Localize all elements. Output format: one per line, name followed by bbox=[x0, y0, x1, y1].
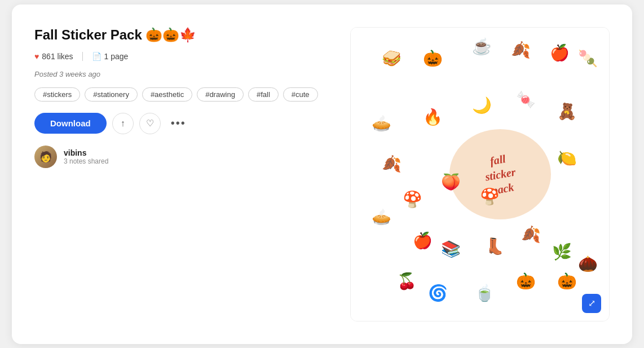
sticker-item: 🍄 bbox=[480, 189, 500, 205]
sticker-item: 🌀 bbox=[428, 285, 448, 301]
sticker-item: 🎃 bbox=[557, 274, 577, 289]
sticker-item: 🍂 bbox=[521, 227, 541, 243]
like-button[interactable]: ♡ bbox=[139, 113, 161, 134]
sticker-item: 🧸 bbox=[557, 104, 577, 120]
tag-item[interactable]: #stickers bbox=[34, 87, 80, 102]
sticker-item: 🌿 bbox=[552, 244, 572, 260]
tag-item[interactable]: #cute bbox=[283, 87, 318, 102]
sticker-item: 🍬 bbox=[516, 92, 536, 108]
sticker-item: 🍎 bbox=[413, 233, 433, 249]
sticker-item: 🥧 bbox=[372, 209, 391, 225]
tag-item[interactable]: #drawing bbox=[197, 87, 244, 102]
sticker-item: 🍎 bbox=[550, 45, 570, 61]
sticker-canvas: fallstickerpack 🥪🎃☕🍂🍎🍡🥧🔥🌙🍬🧸🍂🍄🍑🍄🍋🥧🍎📚👢🍂🌿🌰🍒… bbox=[351, 28, 609, 321]
sticker-item: 🍂 bbox=[511, 42, 531, 58]
center-text-bubble: fallstickerpack bbox=[449, 129, 551, 219]
pages-meta: 📄 1 page bbox=[92, 52, 129, 61]
author-info: vibins 3 notes shared bbox=[64, 148, 108, 165]
sticker-item: 🌰 bbox=[578, 256, 598, 272]
preview-panel: fallstickerpack 🥪🎃☕🍂🍎🍡🥧🔥🌙🍬🧸🍂🍄🍑🍄🍋🥧🍎📚👢🍂🌿🌰🍒… bbox=[350, 27, 610, 321]
sticker-item: ☕ bbox=[472, 39, 492, 55]
page-icon: 📄 bbox=[92, 52, 102, 61]
left-panel: Fall Sticker Pack 🎃🎃🍁 ♥ 861 likes 📄 1 pa… bbox=[34, 27, 328, 321]
sticker-item: 📚 bbox=[441, 241, 461, 257]
likes-meta: ♥ 861 likes bbox=[34, 52, 73, 61]
like-icon: ♡ bbox=[146, 118, 154, 129]
sticker-item: 👢 bbox=[485, 239, 505, 254]
sticker-item: 🍂 bbox=[382, 156, 402, 172]
likes-count: 861 likes bbox=[42, 52, 73, 61]
expand-button[interactable]: ⤢ bbox=[582, 294, 601, 313]
sticker-item: 🍵 bbox=[475, 285, 495, 301]
meta-divider bbox=[82, 52, 83, 61]
sticker-item: 🍄 bbox=[403, 192, 422, 208]
sticker-item: 🎃 bbox=[423, 51, 443, 67]
sticker-item: 🍡 bbox=[578, 51, 598, 67]
posted-date: Posted 3 weeks ago bbox=[34, 70, 328, 78]
main-card: Fall Sticker Pack 🎃🎃🍁 ♥ 861 likes 📄 1 pa… bbox=[12, 5, 632, 344]
more-options-button[interactable]: ••• bbox=[166, 114, 191, 132]
tag-item[interactable]: #aesthetic bbox=[142, 87, 192, 102]
author-name: vibins bbox=[64, 148, 108, 157]
sticker-item: 🥪 bbox=[382, 51, 402, 67]
author-row: 🧑 vibins 3 notes shared bbox=[34, 146, 328, 168]
sticker-item: 🌙 bbox=[472, 98, 492, 113]
pages-label: 1 page bbox=[104, 52, 129, 61]
download-button[interactable]: Download bbox=[34, 113, 107, 134]
more-icon: ••• bbox=[171, 117, 186, 130]
author-notes: 3 notes shared bbox=[64, 157, 108, 165]
heart-icon: ♥ bbox=[34, 52, 39, 61]
expand-icon: ⤢ bbox=[588, 298, 596, 309]
avatar-icon: 🧑 bbox=[39, 151, 52, 163]
sticker-item: 🍋 bbox=[557, 151, 577, 166]
tags-row: #stickers#stationery#aesthetic#drawing#f… bbox=[34, 87, 328, 102]
sticker-item: 🔥 bbox=[423, 109, 443, 125]
sticker-item: 🍒 bbox=[397, 274, 417, 289]
sticker-item: 🥧 bbox=[372, 116, 391, 131]
tag-item[interactable]: #stationery bbox=[85, 87, 138, 102]
meta-row: ♥ 861 likes 📄 1 page bbox=[34, 52, 328, 61]
tag-item[interactable]: #fall bbox=[248, 87, 279, 102]
sticker-item: 🎃 bbox=[516, 274, 536, 289]
actions-row: Download ↑ ♡ ••• bbox=[34, 113, 328, 134]
page-title: Fall Sticker Pack 🎃🎃🍁 bbox=[34, 27, 328, 43]
share-button[interactable]: ↑ bbox=[112, 113, 134, 134]
share-icon: ↑ bbox=[121, 118, 125, 129]
sticker-item: 🍑 bbox=[441, 174, 461, 190]
avatar: 🧑 bbox=[34, 146, 57, 168]
